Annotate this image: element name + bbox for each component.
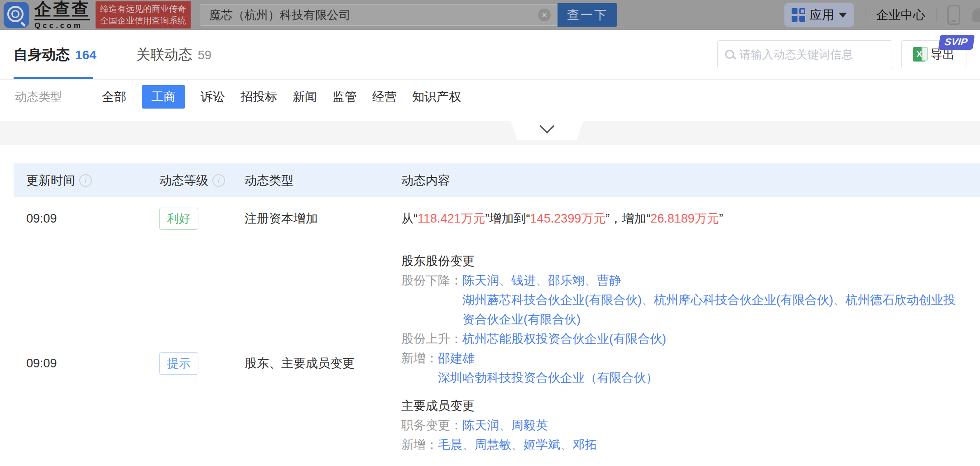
position-change-block: 职务变更： 陈天润、周毅英 (401, 416, 980, 435)
position-change-label: 职务变更： (401, 416, 462, 435)
person-link[interactable]: 邵建雄 (438, 352, 475, 365)
header-type: 动态类型 (245, 172, 401, 189)
shareholder-added-block: 新增： 邵建雄 深圳哈勃科技投资合伙企业（有限合伙） (401, 349, 980, 388)
table-row: 09:09 提示 股东、主要成员变更 股东股份变更 股份下降： 陈天润、钱进、邵… (14, 240, 980, 466)
row-type: 注册资本增加 (245, 212, 318, 225)
apps-grid-icon (792, 8, 805, 22)
divider (936, 8, 937, 22)
shareholder-added-label: 新增： (401, 349, 438, 388)
person-link[interactable]: 邵乐翊 (548, 274, 585, 287)
tab-related-count: 59 (198, 48, 211, 62)
logo-ring-inner (11, 10, 19, 18)
person-link[interactable]: 钱进 (511, 274, 536, 287)
share-decrease-label: 股份下降： (401, 271, 462, 329)
company-link[interactable]: 资合伙企业(有限合伙) (462, 313, 581, 326)
filter-option-business-selected[interactable]: 工商 (142, 85, 185, 109)
capital-increase-value: 26.8189万元 (650, 212, 719, 225)
section-title: 股东股份变更 (401, 252, 980, 271)
filter-option-bidding[interactable]: 招投标 (240, 85, 277, 109)
company-link[interactable]: 杭州摩心科技合伙企业(有限合伙) (654, 293, 833, 307)
person-link[interactable]: 陈天润 (462, 274, 499, 287)
keyword-search-box[interactable] (717, 40, 892, 68)
share-increase-block: 股份上升： 杭州芯能股权投资合伙企业(有限合伙) (401, 329, 980, 349)
info-icon[interactable]: i (79, 174, 92, 187)
logo-magnifier-tail (20, 21, 26, 27)
capital-before-value: 118.421万元 (418, 212, 485, 225)
tab-self-dynamics[interactable]: 自身动态 164 (14, 45, 96, 64)
share-decrease-companies-wrap: 资合伙企业(有限合伙) (462, 310, 956, 329)
company-search-bar: ✕ 查一下 (200, 4, 617, 26)
filter-label: 动态类型 (15, 89, 62, 105)
qcc-logo-icon[interactable] (4, 2, 29, 28)
excel-icon: X (913, 47, 926, 62)
filter-collapse-band (0, 121, 980, 145)
mobile-app-icon[interactable] (947, 5, 960, 25)
logo-domain: Qcc.com (34, 22, 90, 29)
level-badge-notice: 提示 (159, 352, 198, 375)
person-link[interactable]: 姬学斌 (524, 438, 560, 452)
brand-slogan: 缔造有远见的商业传奇 全国企业信用查询系统 (96, 1, 191, 29)
tab-self-count: 164 (75, 48, 96, 62)
person-link[interactable]: 周毅英 (511, 418, 548, 432)
slogan-line-1: 缔造有远见的商业传奇 (100, 3, 186, 15)
company-link[interactable]: 杭州芯能股权投资合伙企业(有限合伙) (462, 332, 666, 346)
company-search-input[interactable] (209, 8, 538, 22)
person-link[interactable]: 陈天润 (462, 418, 499, 432)
share-decrease-persons: 陈天润、钱进、邵乐翊、曹静 (462, 271, 956, 290)
apps-label: 应用 (810, 7, 834, 23)
capital-after-value: 145.2399万元 (530, 212, 606, 225)
company-link[interactable]: 深圳哈勃科技投资合伙企业（有限合伙） (438, 371, 658, 385)
header-update-time: 更新时间 i (14, 172, 159, 189)
section-title: 主要成员变更 (401, 396, 980, 416)
enterprise-center-link[interactable]: 企业中心 (876, 7, 925, 23)
top-bar: 企查查 Qcc.com 缔造有远见的商业传奇 全国企业信用查询系统 ✕ 查一下 … (0, 0, 980, 30)
keyword-search-input[interactable] (740, 48, 885, 61)
filter-option-supervision[interactable]: 监管 (332, 85, 357, 109)
level-badge-good: 利好 (159, 208, 198, 230)
person-link[interactable]: 曹静 (597, 274, 621, 287)
tab-related-dynamics[interactable]: 关联动态 59 (136, 45, 211, 64)
person-link[interactable]: 周慧敏 (475, 438, 511, 452)
row-content: 股东股份变更 股份下降： 陈天润、钱进、邵乐翊、曹静 湖州蘑芯科技合伙企业(有限… (401, 240, 980, 455)
company-link[interactable]: 杭州德石欣动创业投 (845, 293, 956, 307)
dynamics-table: 更新时间 i 动态等级 i 动态类型 动态内容 09:09 利好 注册资本增加 … (14, 163, 980, 466)
notification-bell-icon[interactable] (972, 8, 980, 22)
member-added-block: 新增： 毛晨、周慧敏、姬学斌、邓拓 (401, 435, 980, 455)
table-header-row: 更新时间 i 动态等级 i 动态类型 动态内容 (14, 163, 980, 197)
logo-title: 企查查 (34, 0, 90, 20)
divider (865, 8, 865, 22)
filter-options: 全部 工商 诉讼 招投标 新闻 监管 经营 知识产权 (102, 85, 461, 109)
top-nav: 应用 企业中心 (784, 3, 980, 27)
clear-search-icon[interactable]: ✕ (538, 9, 551, 21)
share-decrease-companies: 湖州蘑芯科技合伙企业(有限合伙)、杭州摩心科技合伙企业(有限合伙)、杭州德石欣动… (462, 290, 956, 310)
chevron-down-icon (539, 119, 555, 134)
collapse-toggle[interactable] (511, 121, 583, 140)
qcc-logo-text[interactable]: 企查查 Qcc.com (34, 0, 90, 29)
dynamics-tabs-row: 自身动态 164 关联动态 59 X 导出 SVIP (0, 30, 980, 80)
filter-option-ip[interactable]: 知识产权 (412, 85, 461, 109)
table-row: 09:09 利好 注册资本增加 从“118.421万元”增加到“145.2399… (14, 197, 980, 240)
active-tab-underline (14, 77, 93, 79)
tab-self-label: 自身动态 (14, 45, 70, 64)
share-decrease-block: 股份下降： 陈天润、钱进、邵乐翊、曹静 湖州蘑芯科技合伙企业(有限合伙)、杭州摩… (401, 271, 980, 329)
person-link[interactable]: 邓拓 (572, 438, 597, 452)
share-increase-label: 股份上升： (401, 329, 462, 349)
row-time: 09:09 (26, 357, 57, 370)
filter-option-lawsuit[interactable]: 诉讼 (201, 85, 225, 109)
company-search-box[interactable]: ✕ (200, 4, 557, 26)
person-link[interactable]: 毛晨 (438, 438, 462, 452)
company-link[interactable]: 湖州蘑芯科技合伙企业(有限合伙) (462, 293, 642, 307)
info-icon[interactable]: i (212, 174, 225, 187)
apps-menu-button[interactable]: 应用 (784, 3, 854, 27)
row-time: 09:09 (26, 212, 57, 225)
row-content: 从“118.421万元”增加到“145.2399万元”，增加“26.8189万元… (401, 210, 980, 227)
filter-option-operation[interactable]: 经营 (372, 85, 397, 109)
search-submit-button[interactable]: 查一下 (557, 3, 617, 27)
filter-option-news[interactable]: 新闻 (293, 85, 317, 109)
member-added-label: 新增： (401, 435, 438, 455)
filter-option-all[interactable]: 全部 (102, 85, 126, 109)
dynamics-toolbar: X 导出 SVIP (717, 40, 966, 68)
svip-badge: SVIP (938, 35, 975, 50)
dynamics-type-filter: 动态类型 全部 工商 诉讼 招投标 新闻 监管 经营 知识产权 (0, 80, 980, 114)
tab-related-label: 关联动态 (136, 45, 192, 64)
